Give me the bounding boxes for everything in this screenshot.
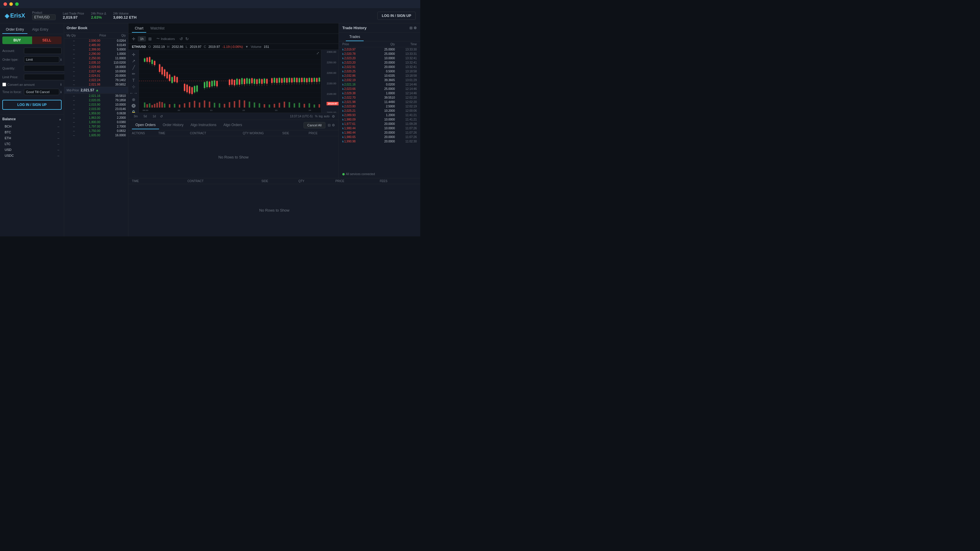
ask-row[interactable]: – 2,399.00 5.0000 xyxy=(64,47,128,52)
tab-order-history[interactable]: Order History xyxy=(159,121,187,129)
trade-history-filter-icon[interactable]: ⊟ xyxy=(409,26,412,30)
tab-algo-entry[interactable]: Algo Entry xyxy=(29,25,52,34)
text-tool-icon[interactable]: T xyxy=(130,78,138,83)
tab-chart[interactable]: Chart xyxy=(132,24,146,33)
scale-log-button[interactable]: log xyxy=(319,115,323,118)
bid-row[interactable]: – 2,020.05 79.1858 xyxy=(64,98,128,102)
svg-rect-13 xyxy=(146,104,148,108)
zoom-tool-icon[interactable]: ⊕ xyxy=(130,97,138,102)
bid-row[interactable]: – 2,015.00 23.0146 xyxy=(64,107,128,111)
ask-row[interactable]: – 2,250.00 11.0000 xyxy=(64,56,128,61)
ask-row[interactable]: – 2,027.40 10.0000 xyxy=(64,69,128,73)
trade-history-row: k1,980.44 10.0000 11:07:26 xyxy=(339,126,420,131)
filter-icon[interactable]: ⊟ xyxy=(328,123,331,127)
trades-no-rows: No Rows to Show xyxy=(129,184,420,236)
svg-rect-21 xyxy=(169,104,170,108)
ask-row[interactable]: – 2,290.00 1.0000 xyxy=(64,52,128,56)
bid-row[interactable]: – 1,863.00 2.2000 xyxy=(64,116,128,120)
chart-settings-icon[interactable]: ⚙ xyxy=(332,115,335,118)
tif-info-icon[interactable]: ℹ xyxy=(60,91,62,94)
svg-rect-49 xyxy=(309,104,310,108)
login-signup-button-form[interactable]: LOG IN / SIGN UP xyxy=(2,100,62,110)
bid-row[interactable]: – 1,797.00 2.7000 xyxy=(64,124,128,129)
limit-price-input[interactable] xyxy=(24,74,68,80)
buy-button[interactable]: BUY xyxy=(2,37,32,44)
svg-rect-19 xyxy=(161,102,163,108)
login-signup-button-top[interactable]: LOG IN / SIGN UP xyxy=(377,12,415,20)
svg-rect-126 xyxy=(254,79,255,84)
minimize-window-button[interactable] xyxy=(10,2,13,6)
chart-replay-icon[interactable]: ↺ xyxy=(160,115,163,118)
pencil-tool-icon[interactable]: ✏ xyxy=(130,72,138,76)
trade-history-settings-icon[interactable]: ⚙ xyxy=(414,26,417,30)
trades-tab[interactable]: Trades xyxy=(346,33,364,41)
convert-amount-checkbox[interactable] xyxy=(2,83,6,86)
scale-auto-button[interactable]: auto xyxy=(324,115,329,118)
ask-row[interactable]: – 2,035.10 110.0200 xyxy=(64,61,128,65)
chart-tools: ✛ ↗ ╱ ✏ T ⊹ ←→ ⊕ 🅜 🔒 ← ↓ xyxy=(129,50,139,113)
measure-tool-icon[interactable]: ←→ xyxy=(130,91,138,96)
trade-history-row: k2,032.86 10.6335 13:18:58 xyxy=(339,73,420,78)
order-type-info-icon[interactable]: ℹ xyxy=(60,58,62,61)
chart-high-label: H xyxy=(167,45,170,48)
arrow-tool-icon[interactable]: ↗ xyxy=(130,59,138,63)
tab-open-orders[interactable]: Open Orders xyxy=(132,121,159,129)
ob-col-qty: Qty xyxy=(106,34,126,37)
timeframe-3m-button[interactable]: 3m xyxy=(132,114,140,118)
magnet-tool-icon[interactable]: 🅜 xyxy=(130,104,138,108)
tab-watchlist[interactable]: Watchlist xyxy=(147,24,167,33)
svg-rect-106 xyxy=(229,80,230,85)
convert-info-icon[interactable]: ℹ xyxy=(60,83,62,86)
ask-row[interactable]: – 2,028.60 18.0000 xyxy=(64,65,128,69)
line-tool-icon[interactable]: ╱ xyxy=(130,65,138,70)
ask-row[interactable]: – 2,024.01 20.0000 xyxy=(64,73,128,78)
svg-text:21: 21 xyxy=(210,110,213,111)
redo-icon[interactable]: ↻ xyxy=(185,37,189,41)
price-change-value: 2.63% xyxy=(91,15,106,19)
tif-select[interactable]: Good Till Cancel xyxy=(24,89,59,95)
scale-percent-button[interactable]: % xyxy=(315,115,318,118)
indicators-button[interactable]: 〜 Indicators xyxy=(154,36,177,42)
bid-row[interactable]: – 1,605.00 16.0000 xyxy=(64,133,128,137)
settings-icon[interactable]: ⚙ xyxy=(332,123,335,127)
tab-order-entry[interactable]: Order Entry xyxy=(2,25,27,34)
chart-close-label: C xyxy=(204,45,206,48)
timeframe-1h-button[interactable]: 1h xyxy=(138,36,146,41)
account-select[interactable] xyxy=(24,48,62,54)
sell-button[interactable]: SELL xyxy=(32,37,62,44)
expand-chart-icon[interactable]: ⤢ xyxy=(317,51,319,55)
balance-header[interactable]: Balance ▲ xyxy=(0,115,64,123)
bid-row[interactable]: – 2,015.90 10.0000 xyxy=(64,102,128,107)
crosshair-icon[interactable]: ✛ xyxy=(132,37,135,41)
product-selector[interactable]: Product ETH/USD xyxy=(32,11,56,20)
open-orders-column-headers: ACTIONS TIME CONTRACT QTY WORKING SIDE P… xyxy=(129,131,339,136)
svg-rect-176 xyxy=(319,78,320,81)
crosshair-tool-icon[interactable]: ✛ xyxy=(130,52,138,57)
pattern-tool-icon[interactable]: ⊹ xyxy=(130,84,138,89)
bid-row[interactable]: – 1,800.00 0.0380 xyxy=(64,120,128,124)
timeframe-5d-button[interactable]: 5d xyxy=(142,114,148,118)
bid-rows: – 2,021.16 39.5810 – 2,020.05 79.1858 – … xyxy=(64,94,128,137)
svg-rect-66 xyxy=(159,64,160,72)
timeframe-1d-button[interactable]: 1d xyxy=(151,114,158,118)
maximize-window-button[interactable] xyxy=(15,2,19,6)
ask-row[interactable]: – 2,590.00 0.0264 xyxy=(64,38,128,43)
tab-algo-instructions[interactable]: Algo Instructions xyxy=(187,121,220,129)
tab-algo-orders[interactable]: Algo Orders xyxy=(220,121,245,129)
undo-icon[interactable]: ↺ xyxy=(180,37,183,41)
bid-row[interactable]: – 1,959.00 0.0638 xyxy=(64,111,128,116)
chart-type-icon[interactable]: ⊞ xyxy=(148,37,152,41)
product-select[interactable]: ETH/USD xyxy=(32,14,56,20)
bid-row[interactable]: – 2,021.16 39.5810 xyxy=(64,94,128,98)
close-window-button[interactable] xyxy=(3,2,7,6)
ask-row[interactable]: – 2,022.24 79.1402 xyxy=(64,78,128,82)
bid-row[interactable]: – 1,750.00 0.0832 xyxy=(64,129,128,133)
svg-rect-102 xyxy=(214,81,215,86)
ask-row[interactable]: – 2,021.98 39.5652 xyxy=(64,82,128,87)
order-type-select[interactable]: Limit xyxy=(24,56,59,63)
trade-history-row: k2,032.19 39.3665 13:01:29 xyxy=(339,78,420,82)
svg-rect-82 xyxy=(184,84,185,91)
cancel-all-button[interactable]: Cancel All xyxy=(304,122,325,128)
ask-row[interactable]: – 2,485.00 8.0149 xyxy=(64,43,128,47)
quantity-input[interactable] xyxy=(24,65,68,72)
